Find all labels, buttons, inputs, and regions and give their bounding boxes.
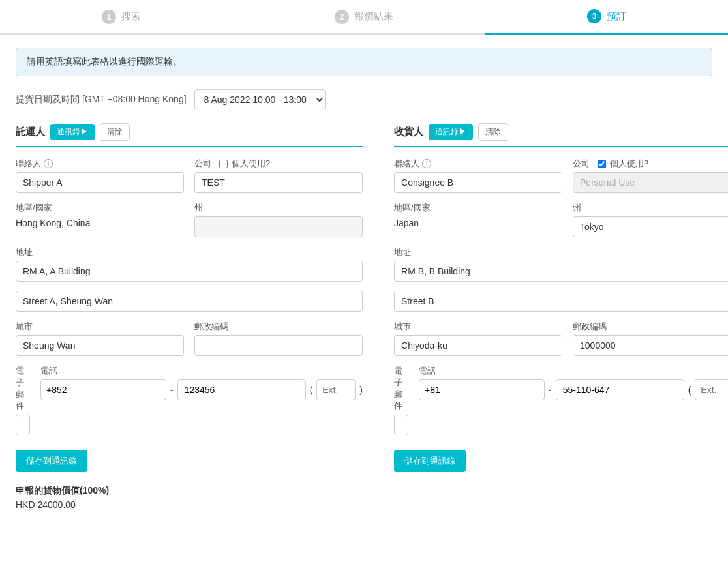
form-columns: 託運人 通訊錄▶ 清除 聯絡人 i bbox=[16, 123, 712, 472]
shipper-contacts-button[interactable]: 通訊錄▶ bbox=[50, 124, 95, 140]
consignee-clear-button[interactable]: 清除 bbox=[478, 123, 508, 141]
consignee-phone-number[interactable] bbox=[556, 379, 684, 400]
nav-step-quote[interactable]: 2 報價結果 bbox=[243, 0, 485, 33]
shipper-save-button[interactable]: 儲存到通訊錄 bbox=[16, 450, 87, 472]
shipper-state-input[interactable] bbox=[194, 216, 363, 237]
shipper-phone-paren-open: ( bbox=[310, 385, 313, 395]
consignee-title: 收貨人 bbox=[394, 126, 423, 138]
consignee-postal-field: 郵政編碼 bbox=[573, 321, 728, 356]
shipper-address2-input[interactable] bbox=[16, 291, 363, 312]
consignee-contact-field: 聯絡人 i bbox=[394, 158, 562, 193]
consignee-personal-use-label: 個人使用? bbox=[598, 158, 648, 170]
declared-section: 申報的貨物價值(100%) HKD 24000.00 bbox=[16, 485, 712, 510]
shipper-state-label: 州 bbox=[194, 202, 203, 214]
shipper-phone-dash: - bbox=[170, 385, 174, 395]
shipper-contact-input[interactable] bbox=[16, 172, 184, 193]
consignee-company-input[interactable] bbox=[573, 172, 728, 193]
shipper-contact-info-icon[interactable]: i bbox=[44, 159, 53, 168]
consignee-contact-info-icon[interactable]: i bbox=[422, 159, 431, 168]
consignee-address2-input[interactable] bbox=[394, 291, 728, 312]
consignee-region-row: 地區/國家 Japan 州 bbox=[394, 202, 728, 237]
shipper-clear-button[interactable]: 清除 bbox=[100, 123, 130, 141]
consignee-city-input[interactable] bbox=[394, 335, 562, 356]
nav-step-booking[interactable]: 3 預訂 bbox=[485, 0, 728, 35]
consignee-phone-label: 電話 bbox=[419, 365, 436, 377]
shipper-company-input[interactable] bbox=[194, 172, 363, 193]
shipper-address-label: 地址 bbox=[16, 246, 33, 258]
consignee-contact-label: 聯絡人 bbox=[394, 158, 419, 170]
shipper-email-field: 電子郵件 bbox=[16, 365, 30, 435]
shipper-contact-label: 聯絡人 bbox=[16, 158, 41, 170]
shipper-phone-row: - ( ) bbox=[40, 379, 363, 400]
shipper-phone-paren-close: ) bbox=[359, 385, 363, 395]
nav-step-search[interactable]: 1 搜索 bbox=[0, 0, 243, 33]
shipper-postal-input[interactable] bbox=[194, 335, 363, 356]
shipper-city-label: 城市 bbox=[16, 321, 33, 332]
consignee-address-row: 地址 bbox=[394, 246, 728, 282]
shipper-email-input[interactable] bbox=[16, 415, 30, 435]
consignee-phone-dash: - bbox=[549, 385, 552, 395]
consignee-postal-input[interactable] bbox=[573, 335, 728, 356]
shipper-city-input[interactable] bbox=[16, 335, 184, 356]
consignee-contacts-button[interactable]: 通訊錄▶ bbox=[429, 124, 473, 140]
consignee-phone-prefix[interactable] bbox=[419, 379, 545, 400]
consignee-phone-row: - ( ) bbox=[419, 379, 728, 400]
consignee-email-input[interactable] bbox=[394, 415, 408, 435]
consignee-column: 收貨人 通訊錄▶ 清除 聯絡人 i bbox=[378, 123, 728, 472]
shipper-state-field: 州 bbox=[194, 202, 363, 237]
consignee-state-field: 州 bbox=[573, 202, 728, 237]
shipper-title: 託運人 bbox=[16, 126, 45, 138]
shipper-email-label: 電子郵件 bbox=[16, 365, 30, 412]
consignee-contact-input[interactable] bbox=[394, 172, 562, 193]
step-number-2: 2 bbox=[335, 10, 349, 24]
shipper-phone-prefix[interactable] bbox=[40, 379, 166, 400]
shipper-address2-field bbox=[16, 291, 363, 312]
shipper-postal-label: 郵政編碼 bbox=[194, 321, 228, 332]
consignee-email-phone-row: 電子郵件 電話 - ( ) bbox=[394, 365, 728, 435]
declared-title: 申報的貨物價值(100%) bbox=[16, 485, 712, 497]
shipper-region-label: 地區/國家 bbox=[16, 202, 52, 214]
consignee-company-label: 公司 bbox=[573, 158, 590, 170]
pickup-select[interactable]: 8 Aug 2022 10:00 - 13:00 bbox=[194, 89, 326, 110]
shipper-city-postal-row: 城市 郵政編碼 bbox=[16, 321, 363, 356]
shipper-address1-input[interactable] bbox=[16, 261, 363, 282]
shipper-region-row: 地區/國家 Hong Kong, China 州 bbox=[16, 202, 363, 237]
shipper-phone-ext[interactable] bbox=[316, 379, 356, 400]
consignee-phone-ext[interactable] bbox=[695, 379, 728, 400]
consignee-personal-use-checkbox[interactable] bbox=[598, 160, 606, 168]
shipper-contact-row: 聯絡人 i 公司 個人使用? bbox=[16, 158, 363, 193]
main-content: 請用英語填寫此表格以進行國際運輸。 提貨日期及時間 [GMT +08:00 Ho… bbox=[0, 35, 728, 531]
step-label-booking: 預訂 bbox=[607, 10, 626, 23]
step-number-1: 1 bbox=[102, 10, 116, 24]
step-number-3: 3 bbox=[587, 9, 601, 23]
consignee-contact-row: 聯絡人 i 公司 個人使用? bbox=[394, 158, 728, 193]
consignee-email-field: 電子郵件 bbox=[394, 365, 408, 435]
consignee-save-button[interactable]: 儲存到通訊錄 bbox=[394, 450, 466, 472]
shipper-column: 託運人 通訊錄▶ 清除 聯絡人 i bbox=[16, 123, 378, 472]
shipper-postal-field: 郵政編碼 bbox=[194, 321, 363, 356]
consignee-phone-field: 電話 - ( ) bbox=[419, 365, 728, 435]
consignee-address2-row bbox=[394, 291, 728, 312]
shipper-contact-field: 聯絡人 i bbox=[16, 158, 184, 193]
shipper-personal-use-checkbox[interactable] bbox=[219, 160, 228, 168]
shipper-company-label: 公司 bbox=[194, 158, 211, 170]
shipper-phone-field: 電話 - ( ) bbox=[40, 365, 363, 435]
shipper-region-value: Hong Kong, China bbox=[16, 216, 184, 229]
pickup-label: 提貨日期及時間 [GMT +08:00 Hong Kong] bbox=[16, 94, 187, 106]
consignee-region-field: 地區/國家 Japan bbox=[394, 202, 562, 237]
consignee-state-input[interactable] bbox=[573, 216, 728, 237]
pickup-row: 提貨日期及時間 [GMT +08:00 Hong Kong] 8 Aug 202… bbox=[16, 89, 712, 110]
consignee-email-label: 電子郵件 bbox=[394, 365, 408, 412]
shipper-city-field: 城市 bbox=[16, 321, 184, 356]
consignee-address-label: 地址 bbox=[394, 246, 411, 258]
consignee-address1-input[interactable] bbox=[394, 261, 728, 282]
shipper-personal-use-text: 個人使用? bbox=[232, 158, 270, 170]
consignee-postal-label: 郵政編碼 bbox=[573, 321, 607, 332]
shipper-personal-use-label: 個人使用? bbox=[219, 158, 270, 170]
shipper-company-field: 公司 個人使用? bbox=[194, 158, 363, 193]
info-banner: 請用英語填寫此表格以進行國際運輸。 bbox=[16, 48, 712, 76]
shipper-email-phone-row: 電子郵件 電話 - ( ) bbox=[16, 365, 363, 435]
shipper-address-field: 地址 bbox=[16, 246, 363, 282]
consignee-phone-paren-open: ( bbox=[688, 385, 691, 395]
shipper-phone-number[interactable] bbox=[177, 379, 306, 400]
